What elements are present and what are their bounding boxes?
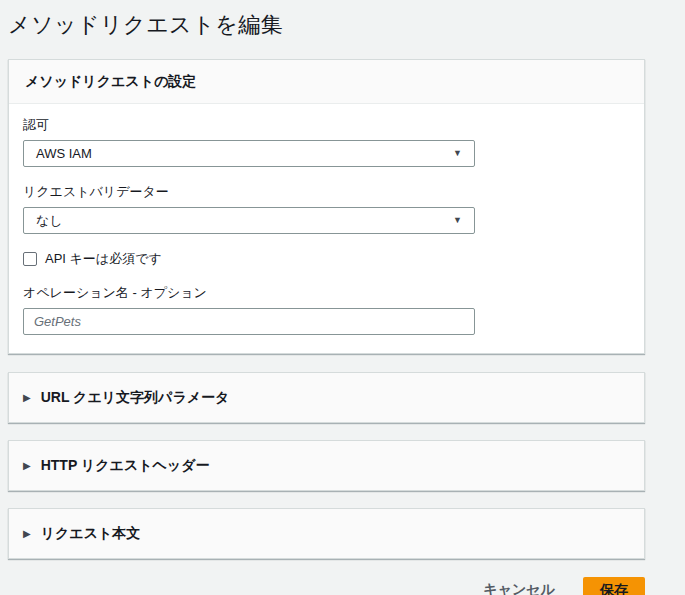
- request-validator-field: リクエストバリデーター なし ▼: [23, 183, 628, 234]
- section-http-request-headers[interactable]: ▶ HTTP リクエストヘッダー: [8, 440, 645, 491]
- authorization-label: 認可: [23, 116, 628, 134]
- section-url-query-string-parameters[interactable]: ▶ URL クエリ文字列パラメータ: [8, 372, 645, 423]
- api-key-required-checkbox[interactable]: [23, 252, 37, 266]
- chevron-down-icon: ▼: [453, 149, 462, 158]
- request-validator-select[interactable]: なし ▼: [23, 207, 475, 234]
- cancel-button[interactable]: キャンセル: [477, 577, 561, 595]
- authorization-field: 認可 AWS IAM ▼: [23, 116, 628, 167]
- request-validator-label: リクエストバリデーター: [23, 183, 628, 201]
- api-key-required-label: API キーは必須です: [45, 250, 162, 268]
- settings-panel-header: メソッドリクエストの設定: [9, 60, 644, 104]
- form-actions: キャンセル 保存: [8, 577, 645, 595]
- caret-right-icon: ▶: [23, 529, 31, 539]
- page-title: メソッドリクエストを編集: [8, 10, 677, 40]
- operation-name-input[interactable]: [23, 308, 475, 335]
- content-column: メソッドリクエストの設定 認可 AWS IAM ▼ リクエストバリデーター なし…: [8, 59, 645, 595]
- section-label: HTTP リクエストヘッダー: [41, 457, 210, 475]
- request-validator-selected-value: なし: [36, 212, 63, 230]
- chevron-down-icon: ▼: [453, 216, 462, 225]
- caret-right-icon: ▶: [23, 461, 31, 471]
- section-label: URL クエリ文字列パラメータ: [41, 389, 230, 407]
- section-request-body[interactable]: ▶ リクエスト本文: [8, 508, 645, 559]
- caret-right-icon: ▶: [23, 393, 31, 403]
- section-label: リクエスト本文: [41, 525, 141, 543]
- operation-name-label: オペレーション名 - オプション: [23, 284, 628, 302]
- api-key-required-row: API キーは必須です: [23, 250, 628, 268]
- authorization-select[interactable]: AWS IAM ▼: [23, 140, 475, 167]
- authorization-selected-value: AWS IAM: [36, 146, 92, 161]
- method-request-settings-panel: メソッドリクエストの設定 認可 AWS IAM ▼ リクエストバリデーター なし…: [8, 59, 645, 354]
- operation-name-field: オペレーション名 - オプション: [23, 284, 628, 335]
- settings-panel-body: 認可 AWS IAM ▼ リクエストバリデーター なし ▼ API キーは必須で…: [9, 104, 644, 353]
- save-button[interactable]: 保存: [583, 577, 645, 595]
